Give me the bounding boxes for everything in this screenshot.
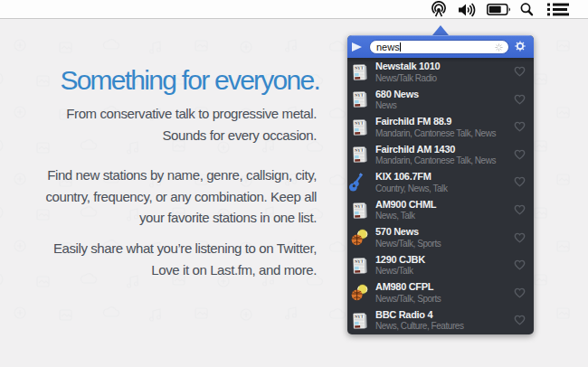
svg-text:NYT: NYT bbox=[355, 148, 364, 153]
svg-text:NYT: NYT bbox=[355, 203, 364, 208]
svg-text:NYT: NYT bbox=[355, 314, 364, 318]
svg-text:NYT: NYT bbox=[355, 93, 364, 98]
svg-text:NYT: NYT bbox=[355, 259, 364, 263]
svg-text:NYT: NYT bbox=[355, 120, 364, 125]
svg-text:NYT: NYT bbox=[355, 65, 364, 70]
